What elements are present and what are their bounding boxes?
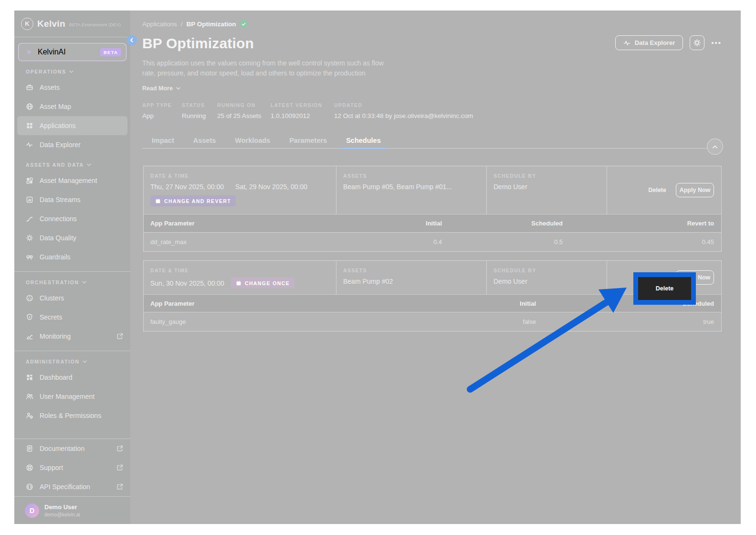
tab-parameters[interactable]: Parameters: [280, 137, 336, 149]
sidebar-collapse-button[interactable]: [126, 35, 137, 45]
breadcrumb: Applications / BP Optimization: [142, 20, 722, 28]
sidebar-item-label: KelvinAI: [38, 48, 95, 56]
external-link-icon: [116, 483, 124, 491]
section-collapse-button[interactable]: [707, 139, 723, 155]
tab-workloads[interactable]: Workloads: [225, 137, 280, 149]
data-explorer-button[interactable]: Data Explorer: [615, 35, 683, 50]
chevron-down-icon: [87, 163, 91, 166]
delete-button[interactable]: Delete: [656, 285, 674, 292]
user-menu[interactable]: D Demo User demo@kelvin.ai: [14, 496, 130, 524]
sidebar-item-secrets[interactable]: Secrets: [14, 308, 130, 327]
assets-value: Beam Pump #05, Beam Pump #01...: [343, 183, 480, 191]
change-once-badge: CHANGE ONCE: [231, 278, 294, 289]
breadcrumb-separator: /: [181, 21, 183, 28]
meta-value: Running: [182, 112, 217, 119]
cell-revert-to: 0.45: [570, 238, 721, 246]
document-icon: [26, 445, 33, 452]
sidebar-section-orchestration[interactable]: ORCHESTRATION: [14, 276, 130, 289]
status-check-icon: [240, 20, 248, 28]
delete-button[interactable]: Delete: [648, 187, 666, 193]
sidebar-item-kelvinai[interactable]: KelvinAI BETA: [18, 43, 126, 61]
sidebar-item-label: Asset Map: [40, 103, 71, 110]
sidebar-item-data-streams[interactable]: Data Streams: [14, 190, 130, 209]
page-title: BP Optimization: [142, 35, 254, 52]
avatar: D: [25, 503, 39, 518]
tab-impact[interactable]: Impact: [142, 137, 184, 149]
cell-initial: false: [400, 318, 543, 325]
sidebar-item-dashboard[interactable]: Dashboard: [14, 368, 130, 387]
meta-label: UPDATED: [334, 102, 473, 108]
external-link-icon: [116, 464, 124, 471]
sidebar-item-asset-management[interactable]: Asset Management: [14, 171, 130, 190]
sidebar-item-user-management[interactable]: User Management: [14, 387, 130, 406]
sidebar-item-assets[interactable]: Assets: [14, 78, 130, 97]
chevron-down-icon: [69, 70, 74, 73]
tab-bar: Impact Assets Workloads Parameters Sched…: [142, 137, 722, 149]
sidebar-item-applications[interactable]: Applications: [17, 116, 127, 135]
sidebar-item-data-quality[interactable]: Data Quality: [14, 228, 130, 247]
chevron-up-icon: [713, 145, 717, 149]
settings-button[interactable]: [690, 35, 704, 50]
sidebar-item-label: Documentation: [40, 445, 84, 452]
sidebar-item-data-explorer[interactable]: Data Explorer: [14, 135, 130, 154]
waveform-icon: [623, 39, 631, 47]
brand-name: Kelvin: [37, 19, 65, 29]
sidebar-item-label: Data Streams: [40, 196, 81, 203]
sidebar-item-support[interactable]: Support: [14, 458, 130, 477]
data-explorer-label: Data Explorer: [635, 39, 675, 46]
api-icon: [26, 483, 33, 491]
meta-label: STATUS: [182, 102, 217, 108]
schedule-by-cell: SCHEDULE BY Demo User: [486, 261, 607, 294]
apply-now-button[interactable]: Apply Now: [676, 183, 714, 197]
sidebar-item-label: Dashboard: [40, 374, 73, 381]
sidebar-section-operations[interactable]: OPERATIONS: [14, 65, 130, 78]
sidebar-section-administration[interactable]: ADMINISTRATION: [14, 355, 130, 368]
sidebar-item-connections[interactable]: Connections: [14, 209, 130, 228]
sidebar-section-assets-and-data[interactable]: ASSETS AND DATA: [14, 159, 130, 171]
schedule-date-cell: DATE & TIME Sun, 30 Nov 2025, 00:00 CHAN…: [144, 261, 336, 294]
grid-icon: [26, 122, 33, 129]
section-title: ORCHESTRATION: [26, 279, 79, 285]
bar-chart-icon: [26, 196, 33, 203]
sidebar-item-clusters[interactable]: Clusters: [14, 289, 130, 308]
tab-schedules[interactable]: Schedules: [336, 137, 390, 149]
assets-value: Beam Pump #02: [343, 278, 480, 285]
sidebar-item-api-specification[interactable]: API Specification: [14, 477, 130, 496]
breadcrumb-applications[interactable]: Applications: [142, 21, 177, 28]
tab-assets[interactable]: Assets: [184, 137, 226, 149]
change-and-revert-badge: CHANGE AND REVERT: [150, 195, 236, 206]
sidebar-item-documentation[interactable]: Documentation: [14, 439, 130, 458]
description-line-1: This application uses the values coming …: [142, 59, 384, 67]
chevron-down-icon: [83, 360, 87, 363]
sidebar-item-label: Applications: [40, 122, 76, 129]
shield-icon: [26, 313, 33, 321]
sidebar-item-label: Data Quality: [40, 234, 76, 242]
sidebar-divider: [14, 351, 130, 351]
sidebar-item-monitoring[interactable]: Monitoring: [14, 327, 130, 346]
meta-label: APP TYPE: [142, 102, 182, 108]
user-gear-icon: [26, 412, 33, 419]
barrier-icon: [26, 253, 33, 261]
sidebar-item-label: Asset Management: [40, 177, 97, 184]
waveform-icon: [26, 141, 33, 149]
cluster-icon: [26, 294, 33, 302]
section-title: ADMINISTRATION: [26, 359, 80, 364]
globe-icon: [26, 103, 33, 110]
meta-value: 25 of 25 Assets: [217, 112, 271, 119]
app-window: K Kelvin BETA Environment (DEV) KelvinAI…: [14, 11, 741, 524]
main-content: Applications / BP Optimization BP Optimi…: [130, 11, 741, 524]
dashboard-icon: [26, 374, 33, 381]
sidebar-item-guardrails[interactable]: Guardrails: [14, 247, 130, 267]
sidebar-item-roles-permissions[interactable]: Roles & Permissions: [14, 406, 130, 425]
read-more-link[interactable]: Read More: [142, 85, 180, 92]
sidebar-item-label: Connections: [40, 215, 77, 223]
user-name: Demo User: [44, 503, 80, 511]
schedule-assets-cell: ASSETS Beam Pump #02: [336, 261, 486, 294]
sidebar-item-label: Roles & Permissions: [40, 412, 101, 419]
schedule-start: Thu, 27 Nov 2025, 00:00: [150, 183, 224, 191]
badge-label: CHANGE AND REVERT: [164, 198, 231, 204]
sidebar-item-asset-map[interactable]: Asset Map: [14, 97, 130, 116]
meta-value: 1.0.10092012: [271, 112, 334, 119]
schedule-start: Sun, 30 Nov 2025, 00:00: [150, 279, 224, 287]
more-options-button[interactable]: •••: [711, 39, 722, 47]
